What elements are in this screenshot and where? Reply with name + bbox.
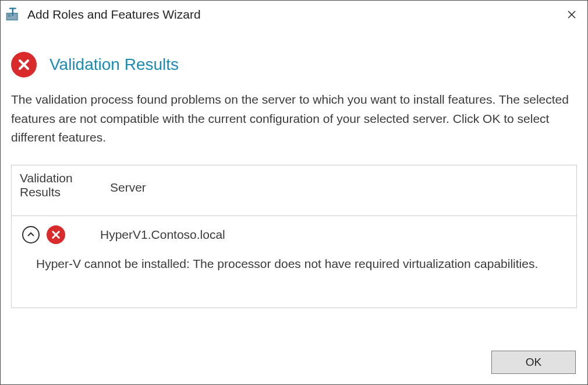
table-header: Validation Results Server <box>12 165 576 216</box>
svg-rect-2 <box>8 16 11 16</box>
dialog-root: Add Roles and Features Wizard Validation… <box>0 0 588 385</box>
table-row: HyperV1.Contoso.local Hyper-V cannot be … <box>12 216 576 308</box>
content-area: Validation Results The validation proces… <box>1 29 587 341</box>
window-title: Add Roles and Features Wizard <box>27 8 563 22</box>
server-manager-icon <box>5 6 22 23</box>
results-table: Validation Results Server <box>11 165 577 309</box>
page-title: Validation Results <box>49 55 179 74</box>
button-bar: OK <box>1 341 587 384</box>
error-message: Hyper-V cannot be installed: The process… <box>22 255 566 296</box>
error-icon <box>11 52 37 77</box>
server-name: HyperV1.Contoso.local <box>100 228 225 242</box>
row-error-icon <box>47 225 65 244</box>
column-header-results: Validation Results <box>20 171 110 199</box>
ok-button[interactable]: OK <box>491 351 576 374</box>
description-text: The validation process found problems on… <box>11 90 577 147</box>
close-button[interactable] <box>563 6 580 23</box>
column-header-server: Server <box>110 171 146 199</box>
collapse-toggle[interactable] <box>22 226 40 243</box>
chevron-up-icon <box>27 231 34 238</box>
svg-rect-1 <box>8 15 11 15</box>
svg-rect-4 <box>9 8 16 9</box>
header-section: Validation Results <box>11 52 577 77</box>
row-summary: HyperV1.Contoso.local <box>22 225 566 244</box>
title-bar: Add Roles and Features Wizard <box>1 1 587 29</box>
